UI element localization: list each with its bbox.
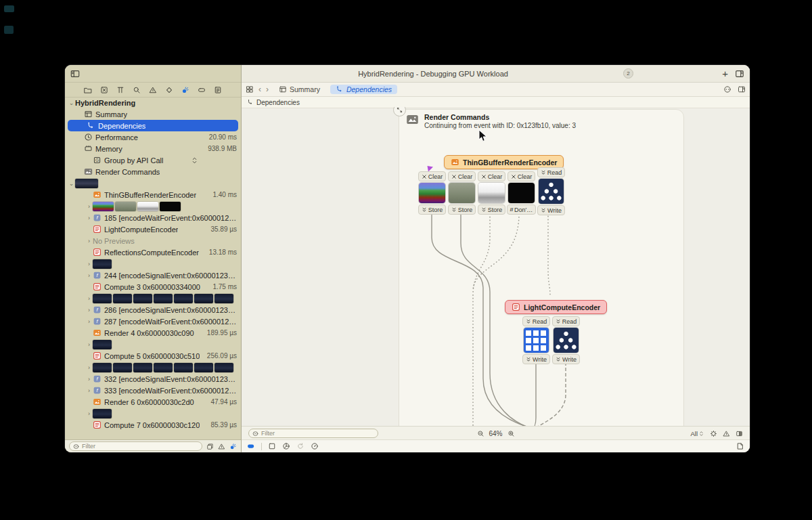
zoom-in-icon[interactable] xyxy=(508,430,515,437)
dependency-canvas[interactable]: Render Commands Continuing from event wi… xyxy=(242,107,750,427)
tree-row-244[interactable]: ›f244 [encodeSignalEvent:0x60000123fb10 … xyxy=(65,269,241,281)
chevron-right-icon[interactable]: › xyxy=(85,410,93,417)
refresh-icon[interactable] xyxy=(296,442,304,450)
navigator-folder-icon[interactable] xyxy=(84,86,92,94)
chevron-right-icon[interactable]: › xyxy=(85,318,93,325)
debug-filter-icon[interactable] xyxy=(229,443,237,450)
navigator-spray-icon[interactable] xyxy=(181,86,189,94)
store-action-chip[interactable]: Store xyxy=(478,204,506,215)
performance-dial-icon[interactable] xyxy=(311,442,319,450)
inspector-toggle-icon[interactable] xyxy=(738,85,746,93)
tree-row-performance[interactable]: Performance20.90 ms xyxy=(65,131,241,143)
previews-filter-icon[interactable] xyxy=(206,443,214,450)
tree-thumb-row[interactable]: ›No Previews xyxy=(65,235,241,246)
chevron-right-icon[interactable]: › xyxy=(85,203,93,210)
adjust-icon[interactable] xyxy=(723,85,731,93)
tree-row-compute[interactable]: Compute 3 0x6000003340001.75 ms xyxy=(65,281,241,292)
preview-thumbnail-night[interactable] xyxy=(174,363,193,372)
tree-row-memory[interactable]: Memory938.9 MB xyxy=(65,143,241,154)
load-action-chip[interactable]: Clear xyxy=(478,171,506,181)
preview-thumbnail-night[interactable] xyxy=(215,294,233,303)
back-button[interactable]: ‹ xyxy=(258,85,261,94)
preview-thumbnail-night[interactable] xyxy=(93,340,112,349)
navigator-diamond-icon[interactable] xyxy=(165,86,173,94)
tree-row-thingbufferrenderencoder[interactable]: ThinGBufferRenderEncoder1.40 ms xyxy=(65,189,241,200)
tree-row-286[interactable]: ›f286 [encodeSignalEvent:0x60000123fb10 … xyxy=(65,304,241,316)
load-action-chip[interactable]: Clear xyxy=(418,171,447,181)
preview-thumbnail-night[interactable] xyxy=(113,294,132,303)
tree-thumb-row[interactable]: › xyxy=(65,339,241,350)
tree-thumb-row[interactable]: ⌄ xyxy=(65,177,241,189)
report-page-icon[interactable] xyxy=(736,442,744,450)
navigator-report-icon[interactable] xyxy=(214,86,222,94)
load-action-chip[interactable]: Clear xyxy=(508,171,536,181)
tree-row-group[interactable]: GGroup by API Call xyxy=(65,154,241,166)
store-action-chip[interactable]: Store xyxy=(448,204,476,215)
warnings-filter-icon[interactable] xyxy=(218,443,225,450)
attachment-thumbnail-dots[interactable] xyxy=(554,328,579,353)
frame-capture-icon[interactable] xyxy=(268,442,276,450)
tree-row-dependencies[interactable]: Dependencies xyxy=(68,120,238,131)
issues-icon[interactable] xyxy=(723,430,730,437)
navigator-xsquare-icon[interactable] xyxy=(100,86,108,94)
load-action-chip[interactable]: Read xyxy=(537,167,566,177)
tree-row-287[interactable]: ›f287 [encodeWaitForEvent:0x60000123fb10… xyxy=(65,316,241,327)
tree-row-compute[interactable]: Compute 5 0x60000030c510256.09 µs xyxy=(65,350,241,362)
chevron-right-icon[interactable]: › xyxy=(85,261,93,267)
tree-thumb-row[interactable]: › xyxy=(65,200,241,212)
preview-thumbnail-night[interactable] xyxy=(113,363,132,372)
add-tab-button[interactable]: + xyxy=(722,68,728,79)
tree-row-render[interactable]: Render 6 0x60000030c2d047.94 µs xyxy=(65,396,241,408)
chevron-right-icon[interactable]: › xyxy=(85,272,93,279)
preview-thumbnail-albedo[interactable] xyxy=(93,202,114,211)
tree-row-compute[interactable]: Compute 7 0x60000030c12085.39 µs xyxy=(65,419,241,431)
group-stepper-icon[interactable] xyxy=(190,156,199,165)
settings-icon[interactable] xyxy=(710,430,717,437)
preview-thumbnail-normalgray[interactable] xyxy=(115,202,136,211)
navigator-search-icon[interactable] xyxy=(133,86,141,94)
preview-thumbnail-night[interactable] xyxy=(174,294,193,303)
tree-row-summary[interactable]: Summary xyxy=(65,108,241,120)
attachment-thumbnail-grid[interactable] xyxy=(524,328,549,353)
preview-thumbnail-night[interactable] xyxy=(215,363,233,372)
chevron-right-icon[interactable]: › xyxy=(85,215,93,221)
tree-row-reflectionscomputeencoder[interactable]: ReflectionsComputeEncoder13.18 ms xyxy=(65,246,241,258)
chevron-down-icon[interactable]: ⌄ xyxy=(68,100,75,106)
preview-thumbnail-night[interactable] xyxy=(154,294,173,303)
attachment-thumbnail-black[interactable] xyxy=(508,183,535,203)
chevron-right-icon[interactable]: › xyxy=(85,376,93,383)
tree-thumb-row[interactable]: › xyxy=(65,362,241,373)
tab-grid-icon[interactable] xyxy=(246,85,254,93)
tab-summary[interactable]: Summary xyxy=(273,85,325,94)
tree-row-lightcomputeencoder[interactable]: LightComputeEncoder35.89 µs xyxy=(65,223,241,235)
preview-thumbnail-night[interactable] xyxy=(133,294,152,303)
load-action-chip[interactable]: Clear xyxy=(448,171,476,181)
preview-thumbnail-depth[interactable] xyxy=(137,202,158,211)
sidebar-filter-field[interactable]: Filter xyxy=(69,441,202,451)
chevron-down-icon[interactable]: ⌄ xyxy=(68,180,75,187)
breakpoint-capsule-icon[interactable] xyxy=(247,442,255,450)
preview-thumbnail-night[interactable] xyxy=(93,409,112,418)
load-action-chip[interactable]: Read xyxy=(552,316,581,326)
tree-row-185[interactable]: ›f185 [encodeWaitForEvent:0x600001206e90… xyxy=(65,212,241,223)
tree-row-333[interactable]: ›f333 [encodeWaitForEvent:0x60000123fb10… xyxy=(65,385,241,396)
preview-thumbnail-night[interactable] xyxy=(194,294,213,303)
chevron-right-icon[interactable]: › xyxy=(85,364,93,371)
tree-row-render[interactable]: Render Commands xyxy=(65,166,241,177)
attachment-thumbnail-normalgray[interactable] xyxy=(449,183,475,203)
tree-row-hybridrendering[interactable]: ⌄HybridRendering xyxy=(65,97,241,108)
store-action-chip[interactable]: Store xyxy=(418,204,447,215)
graph-filter-field[interactable]: Filter xyxy=(248,429,378,438)
forward-button[interactable]: › xyxy=(266,85,269,94)
attachment-thumbnail-albedo[interactable] xyxy=(419,183,445,203)
chevron-right-icon[interactable]: › xyxy=(85,307,93,313)
store-action-chip[interactable]: //Don'… xyxy=(507,204,537,215)
load-action-chip[interactable]: Read xyxy=(522,316,551,326)
tree-row-render[interactable]: Render 4 0x60000030c090189.95 µs xyxy=(65,327,241,339)
preview-thumbnail-night[interactable] xyxy=(93,294,112,303)
store-action-chip[interactable]: Write xyxy=(552,354,580,364)
tree-thumb-row[interactable]: › xyxy=(65,408,241,419)
split-view-icon[interactable] xyxy=(736,430,743,437)
chevron-right-icon[interactable]: › xyxy=(85,341,93,348)
tree-thumb-row[interactable]: › xyxy=(65,292,241,304)
